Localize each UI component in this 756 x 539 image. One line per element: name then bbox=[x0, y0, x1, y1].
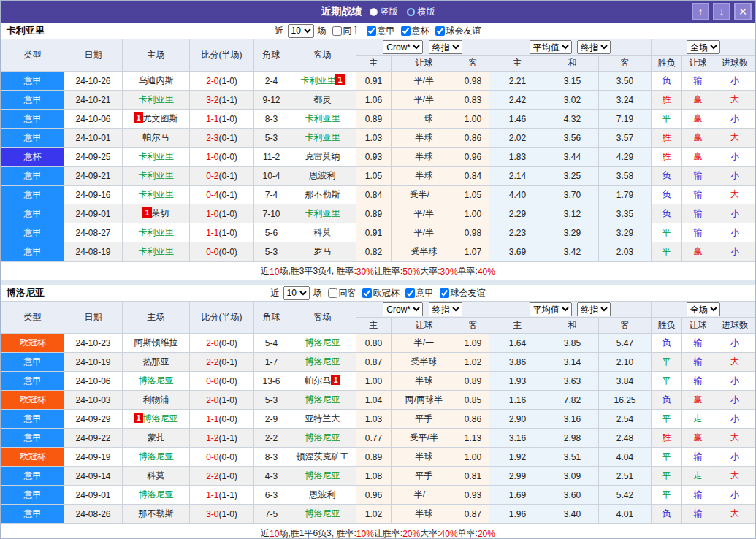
corner-count: 13-6 bbox=[254, 372, 289, 391]
league-checkbox-2[interactable] bbox=[435, 26, 445, 36]
halftime-score: (1-0) bbox=[219, 114, 237, 124]
col-result-handicap: 让球 bbox=[682, 318, 714, 334]
away-team-name: 卡利亚里 bbox=[305, 208, 340, 218]
match-row: 意甲24-10-19热那亚2-2(0-1)1-7博洛尼亚0.87受半球1.023… bbox=[1, 353, 756, 372]
avg-home: 2.14 bbox=[489, 167, 546, 186]
summary-text: 单率: bbox=[458, 527, 478, 539]
away-team: 卡利亚里 bbox=[289, 110, 356, 129]
match-date: 24-10-21 bbox=[64, 91, 123, 110]
col-odds-handicap: 让球 bbox=[392, 56, 457, 72]
halftime-score: (0-0) bbox=[219, 414, 237, 424]
result-handicap: 赢 bbox=[682, 110, 714, 129]
halftime-score: (1-1) bbox=[219, 490, 237, 500]
league-checkbox-2[interactable] bbox=[440, 288, 449, 298]
avg-draw: 3.02 bbox=[546, 91, 599, 110]
league-checkbox-0[interactable] bbox=[362, 288, 372, 298]
match-count-select[interactable]: 10 bbox=[288, 24, 314, 38]
result-handicap: 输 bbox=[682, 353, 714, 372]
odds-away: 0.93 bbox=[457, 486, 489, 505]
col-result-goals: 进球数 bbox=[714, 318, 756, 334]
halftime-score: (0-0) bbox=[219, 338, 237, 348]
odds-handicap: 半球 bbox=[392, 129, 457, 148]
close-button[interactable]: ✕ bbox=[734, 3, 752, 20]
average-time-select[interactable]: 终指 bbox=[577, 40, 611, 54]
avg-home: 2.29 bbox=[489, 204, 546, 223]
odds-time-select[interactable]: 终指 bbox=[429, 302, 462, 316]
same-venue-checkbox[interactable] bbox=[332, 26, 342, 36]
match-date: 24-08-27 bbox=[64, 223, 123, 242]
match-date: 24-09-25 bbox=[64, 148, 123, 167]
scope-select[interactable]: 全场 bbox=[687, 302, 720, 316]
odds-time-select[interactable]: 终指 bbox=[429, 40, 462, 54]
avg-home: 4.40 bbox=[489, 186, 546, 204]
odds-away: 0.98 bbox=[457, 223, 489, 242]
halftime-score: (0-0) bbox=[219, 376, 237, 386]
col-result-wdl: 胜负 bbox=[652, 56, 682, 72]
match-date: 24-09-22 bbox=[64, 429, 123, 448]
red-card-badge: 1 bbox=[335, 74, 344, 85]
avg-home: 1.92 bbox=[489, 448, 546, 467]
corner-count: 5-3 bbox=[254, 129, 289, 148]
radio-horizontal-layout[interactable]: 横版 bbox=[407, 6, 435, 18]
odds-home: 0.89 bbox=[356, 110, 392, 129]
fulltime-score: 0-0 bbox=[206, 247, 218, 257]
col-avg-home: 主 bbox=[489, 318, 546, 334]
avg-home: 1.93 bbox=[489, 372, 546, 391]
league-checkbox-0[interactable] bbox=[367, 26, 376, 36]
away-team: 克雷莫纳 bbox=[289, 148, 356, 167]
corner-count: 5-4 bbox=[254, 334, 289, 353]
odds-home: 0.84 bbox=[356, 186, 392, 204]
match-score: 1-1(1-0) bbox=[190, 110, 254, 129]
summary-text: 场,胜1平6负3, 胜率: bbox=[279, 527, 356, 539]
home-team-name: 博洛尼亚 bbox=[143, 413, 178, 424]
col-corner: 角球 bbox=[254, 302, 289, 334]
odds-source-select[interactable]: Crow* bbox=[383, 302, 423, 316]
away-team-name: 博洛尼亚 bbox=[305, 356, 340, 367]
same-venue-checkbox[interactable] bbox=[328, 288, 337, 298]
avg-away: 3.84 bbox=[599, 372, 652, 391]
col-result-goals: 进球数 bbox=[714, 56, 756, 72]
away-team-name: 博洛尼亚 bbox=[305, 508, 340, 519]
match-count-select[interactable]: 10 bbox=[283, 286, 310, 300]
team-name: 卡利亚里 bbox=[7, 24, 45, 37]
header-group-row: 类型 日期 主场 比分(半场) 角球 客场 Crow* 终指 平均值 终指 bbox=[1, 39, 756, 56]
odds-source-select[interactable]: Crow* bbox=[383, 40, 423, 54]
avg-home: 1.83 bbox=[489, 148, 546, 167]
result-wdl: 负 bbox=[652, 167, 682, 186]
fulltime-score: 2-0 bbox=[206, 395, 218, 405]
corner-count: 4-3 bbox=[254, 467, 289, 486]
home-team: 卡利亚里 bbox=[123, 91, 190, 110]
move-down-button[interactable]: ↓ bbox=[713, 3, 730, 20]
header-group-row: 类型 日期 主场 比分(半场) 角球 客场 Crow* 终指 平均值 终指 bbox=[1, 302, 756, 318]
league-checkbox-1[interactable] bbox=[401, 26, 411, 36]
home-team: 科莫 bbox=[123, 467, 190, 486]
scope-select[interactable]: 全场 bbox=[687, 40, 720, 54]
move-up-button[interactable]: ↑ bbox=[692, 3, 709, 20]
odds-away: 0.85 bbox=[457, 391, 489, 410]
avg-home: 2.42 bbox=[489, 91, 546, 110]
league-label-1: 意杯 bbox=[412, 25, 429, 37]
result-goals: 小 bbox=[714, 391, 756, 410]
results-window: 近期战绩 竖版 横版 ↑ ↓ ✕ 卡利亚里 近 10 场 bbox=[0, 0, 756, 539]
col-odds-away: 客 bbox=[457, 56, 489, 72]
odds-home: 0.82 bbox=[356, 242, 392, 261]
average-time-select[interactable]: 终指 bbox=[577, 302, 611, 316]
radio-vertical-layout[interactable]: 竖版 bbox=[370, 6, 398, 18]
match-score: 1-0(1-0) bbox=[190, 204, 254, 223]
league-checkbox-1[interactable] bbox=[405, 288, 415, 298]
halftime-score: (1-0) bbox=[219, 509, 237, 519]
avg-away: 3.50 bbox=[599, 72, 652, 91]
result-goals: 大 bbox=[714, 429, 756, 448]
avg-away: 4.01 bbox=[599, 505, 652, 524]
match-row: 意甲24-09-22蒙扎1-2(1-1)2-2博洛尼亚0.77受平/半1.133… bbox=[1, 429, 756, 448]
summary-row: 近10场,胜1平6负3, 胜率:10% 让胜率:20% 大率:40% 单率:20… bbox=[1, 524, 755, 539]
odds-handicap: 半球 bbox=[392, 372, 457, 391]
average-source-select[interactable]: 平均值 bbox=[530, 40, 572, 54]
average-source-select[interactable]: 平均值 bbox=[530, 302, 572, 316]
match-score: 2-0(0-0) bbox=[190, 334, 254, 353]
result-wdl: 平 bbox=[652, 486, 682, 505]
corner-count: 5-3 bbox=[254, 391, 289, 410]
away-team: 博洛尼亚 bbox=[289, 467, 356, 486]
fulltime-score: 3-0 bbox=[206, 509, 218, 519]
fulltime-score: 3-2 bbox=[206, 95, 218, 105]
